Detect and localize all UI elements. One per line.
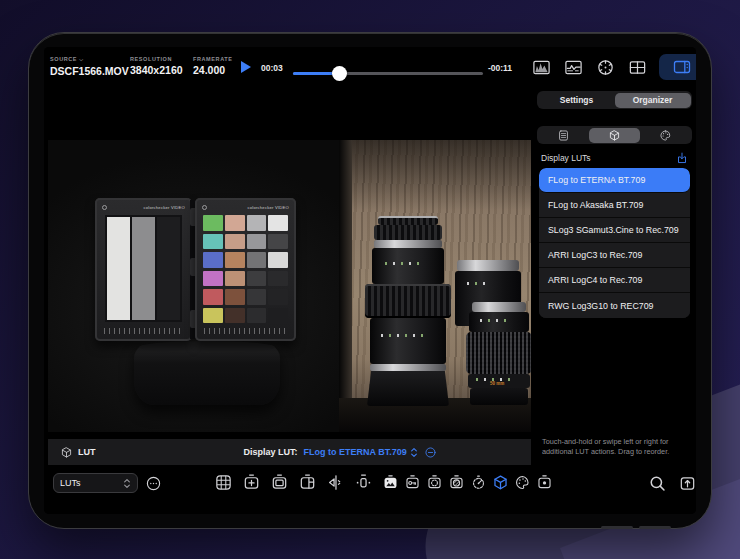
- search-icon[interactable]: [648, 474, 667, 493]
- chroma-key-icon[interactable]: [404, 474, 421, 491]
- tab-settings[interactable]: Settings: [539, 93, 615, 108]
- zebra-icon[interactable]: [448, 474, 465, 491]
- color-patch: [268, 289, 288, 305]
- grid-overlay-icon[interactable]: [214, 473, 233, 492]
- play-icon[interactable]: [241, 61, 251, 73]
- lut-info-bar: LUT Display LUT: FLog to ETERNA BT.709: [48, 439, 531, 465]
- framerate-info: FRAMERATE 24.000: [193, 56, 233, 76]
- color-patch: [203, 271, 223, 287]
- mode-select-value: LUTs: [60, 478, 123, 488]
- grayscale-bar: [107, 217, 130, 320]
- color-patch: [225, 215, 245, 231]
- lut-category-segmented-control: [537, 126, 692, 144]
- safe-area-icon[interactable]: [270, 473, 289, 492]
- cube-icon[interactable]: [589, 128, 640, 143]
- grid-view-icon[interactable]: [627, 57, 648, 78]
- color-patch: [268, 308, 288, 324]
- color-patch: [247, 289, 267, 305]
- framerate-label: FRAMERATE: [193, 56, 233, 62]
- right-sidebar: Settings Organizer: [533, 89, 696, 467]
- resolution-value: 3840x2160: [130, 64, 183, 76]
- backdrop-edge: [339, 140, 352, 408]
- lut-list: FLog to ETERNA BT.709 FLog to Akasaka BT…: [539, 168, 690, 318]
- palette-icon[interactable]: [514, 474, 531, 491]
- color-chart-patch-panel: colorchecker VIDEO: [195, 198, 296, 341]
- display-luts-title: Display LUTs: [541, 153, 591, 163]
- lut-list-item[interactable]: ARRI LogC3 to Rec.709: [539, 243, 690, 268]
- lut-bar-label: LUT: [78, 447, 96, 457]
- source-label: SOURCE: [50, 56, 77, 62]
- lut-list-item[interactable]: FLog to ETERNA BT.709: [539, 168, 690, 193]
- lut-list-item[interactable]: RWG Log3G10 to REC709: [539, 293, 690, 318]
- antenna-line: [639, 526, 671, 529]
- toolbar-group-tools: [382, 474, 553, 491]
- video-frame: 50 mm colorchecker VIDEO: [48, 140, 531, 432]
- desktop-background: SOURCE ⌵ DSCF1566.MOV RESOLUTION 3840x21…: [0, 0, 740, 559]
- grayscale-bar: [157, 217, 180, 320]
- chevron-updown-icon: [410, 447, 418, 458]
- import-icon[interactable]: [675, 151, 689, 165]
- lens-focal-label: 50 mm: [490, 381, 504, 386]
- color-patch: [225, 308, 245, 324]
- palette-icon[interactable]: [640, 128, 691, 143]
- scope-buttons: [531, 54, 696, 80]
- color-patch: [203, 308, 223, 324]
- color-patch: [268, 215, 288, 231]
- mode-select[interactable]: LUTs: [53, 473, 138, 493]
- video-viewer[interactable]: 50 mm colorchecker VIDEO: [44, 89, 533, 467]
- lut-list-item[interactable]: ARRI LogC4 to Rec.709: [539, 268, 690, 293]
- histogram-icon[interactable]: [531, 57, 552, 78]
- export-icon[interactable]: [678, 474, 696, 493]
- waveform-icon[interactable]: [563, 57, 584, 78]
- grayscale-bars: [105, 215, 182, 322]
- chevron-updown-icon: [123, 478, 131, 489]
- chart-ruler: [104, 328, 183, 334]
- focus-peaking-icon[interactable]: [426, 474, 443, 491]
- top-bar: SOURCE ⌵ DSCF1566.MOV RESOLUTION 3840x21…: [44, 47, 696, 89]
- timeline-scrubber[interactable]: [293, 72, 483, 75]
- minus-circle-icon[interactable]: [424, 446, 437, 459]
- lut-cube-icon[interactable]: [492, 474, 509, 491]
- center-marker-icon[interactable]: [536, 474, 553, 491]
- color-patch: [203, 289, 223, 305]
- color-patch: [225, 234, 245, 250]
- settings-organizer-segmented-control: Settings Organizer: [537, 91, 692, 109]
- vectorscope-icon[interactable]: [595, 57, 616, 78]
- flip-horizontal-icon[interactable]: [326, 473, 345, 492]
- tab-organizer[interactable]: Organizer: [615, 93, 691, 108]
- remaining-time: -00:11: [488, 63, 512, 73]
- exposure-dial-icon[interactable]: [470, 474, 487, 491]
- panel-layout-icon[interactable]: [298, 473, 317, 492]
- chart-ruler: [204, 328, 287, 334]
- cube-icon: [60, 446, 73, 459]
- sidebar-panel-icon[interactable]: [659, 54, 696, 80]
- list-icon[interactable]: [539, 128, 590, 143]
- scrubber-handle[interactable]: [332, 66, 347, 81]
- resolution-label: RESOLUTION: [130, 56, 183, 62]
- add-frame-icon[interactable]: [242, 473, 261, 492]
- color-patch: [203, 215, 223, 231]
- ellipsis-icon[interactable]: [145, 475, 162, 492]
- color-patch: [203, 234, 223, 250]
- display-lut-select[interactable]: FLog to ETERNA BT.709: [304, 447, 418, 458]
- chart-title: colorchecker VIDEO: [247, 205, 289, 210]
- toolbar-group-search: [648, 474, 696, 493]
- antenna-line: [601, 526, 633, 529]
- resize-width-icon[interactable]: [354, 473, 373, 492]
- color-patch: [225, 271, 245, 287]
- color-patch: [247, 271, 267, 287]
- display-lut-value: FLog to ETERNA BT.709: [304, 447, 407, 457]
- lut-hint-text: Touch-and-hold or swipe left or right fo…: [542, 437, 684, 457]
- image-preview-icon[interactable]: [382, 474, 399, 491]
- calibrite-logo: [102, 205, 107, 210]
- lut-list-item[interactable]: FLog to Akasaka BT.709: [539, 193, 690, 218]
- source-info[interactable]: SOURCE ⌵ DSCF1566.MOV: [50, 56, 129, 77]
- color-patch: [268, 271, 288, 287]
- lut-list-item[interactable]: SLog3 SGamut3.Cine to Rec.709: [539, 218, 690, 243]
- source-filename[interactable]: DSCF1566.MOV: [50, 65, 129, 77]
- color-chart-grayscale-panel: colorchecker VIDEO: [95, 198, 192, 341]
- toolbar-group-overlays: [214, 473, 373, 492]
- app-screen: SOURCE ⌵ DSCF1566.MOV RESOLUTION 3840x21…: [44, 47, 696, 514]
- bottom-toolbar: LUTs: [44, 467, 696, 514]
- color-patch: [268, 252, 288, 268]
